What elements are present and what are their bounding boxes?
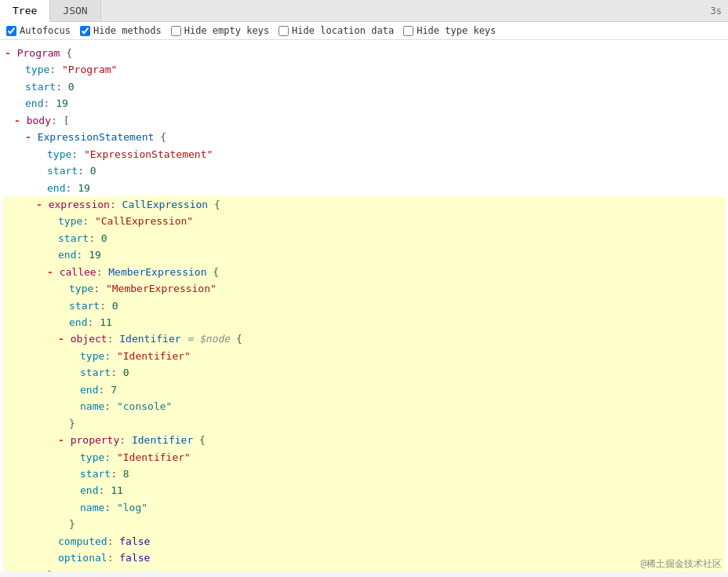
checkbox-hide-methods[interactable]: [80, 26, 90, 36]
checkbox-hide-type-keys[interactable]: [403, 26, 413, 36]
list-item: - expression: CallExpression {: [3, 196, 725, 213]
tab-extra: 3s: [704, 0, 728, 21]
list-item: type: "Identifier": [3, 348, 725, 364]
list-item: }: [3, 567, 725, 572]
list-item: }: [3, 516, 725, 532]
label-hide-methods: Hide methods: [93, 25, 162, 36]
tab-json[interactable]: JSON: [50, 0, 100, 21]
label-hide-empty-keys: Hide empty keys: [184, 25, 269, 36]
checkbox-hide-location-data[interactable]: [278, 26, 289, 36]
option-autofocus[interactable]: Autofocus: [6, 25, 71, 36]
list-item: end: 11: [3, 482, 725, 498]
list-item: type: "CallExpression": [3, 213, 725, 229]
checkbox-autofocus[interactable]: [6, 26, 16, 36]
tab-tree[interactable]: Tree: [0, 0, 50, 22]
list-item: - callee: MemberExpression {: [3, 264, 725, 280]
list-item: type: "Program": [3, 61, 725, 78]
list-item: name: "console": [3, 398, 725, 414]
list-item: type: "MemberExpression": [3, 280, 725, 297]
list-item: start: 0: [3, 79, 725, 95]
list-item: end: 19: [3, 247, 725, 263]
list-item: computed: false: [3, 533, 725, 550]
list-item: type: "ExpressionStatement": [3, 146, 725, 163]
label-autofocus: Autofocus: [20, 25, 71, 36]
option-hide-empty-keys[interactable]: Hide empty keys: [171, 25, 269, 36]
collapse-expression[interactable]: -: [36, 199, 42, 210]
list-item: end: 7: [3, 382, 725, 398]
list-item: end: 19: [3, 180, 725, 196]
list-item: end: 19: [3, 95, 725, 111]
list-item: start: 8: [3, 466, 725, 482]
option-hide-type-keys[interactable]: Hide type keys: [403, 25, 496, 36]
list-item: start: 0: [3, 298, 725, 314]
collapse-property[interactable]: -: [58, 434, 64, 446]
list-item: - body: [: [3, 112, 725, 129]
collapse-body[interactable]: -: [14, 115, 20, 126]
list-item: end: 11: [3, 314, 725, 330]
option-hide-location-data[interactable]: Hide location data: [278, 25, 394, 36]
list-item: - object: Identifier = $node {: [3, 330, 725, 347]
list-item: - property: Identifier {: [3, 432, 725, 448]
collapse-expression-statement[interactable]: -: [25, 131, 31, 143]
list-item: optional: false: [3, 550, 725, 566]
watermark: @稀土掘金技术社区: [641, 557, 722, 571]
tab-spacer: [101, 0, 704, 21]
options-bar: Autofocus Hide methods Hide empty keys H…: [0, 22, 728, 40]
collapse-program[interactable]: -: [5, 47, 11, 59]
tree-content: - Program { type: "Program" start: 0 end…: [0, 40, 728, 572]
list-item: - ExpressionStatement {: [3, 129, 725, 145]
label-hide-location-data: Hide location data: [292, 25, 394, 36]
list-item: type: "Identifier": [3, 449, 725, 466]
list-item: start: 0: [3, 163, 725, 179]
tab-bar: Tree JSON 3s: [0, 0, 728, 22]
list-item: start: 0: [3, 364, 725, 381]
option-hide-methods[interactable]: Hide methods: [80, 25, 162, 36]
collapse-object[interactable]: -: [58, 333, 64, 345]
list-item: name: "log": [3, 499, 725, 516]
list-item: start: 0: [3, 230, 725, 247]
list-item: - Program {: [3, 45, 725, 61]
label-hide-type-keys: Hide type keys: [417, 25, 496, 36]
list-item: }: [3, 415, 725, 432]
checkbox-hide-empty-keys[interactable]: [171, 26, 181, 36]
collapse-callee[interactable]: -: [47, 266, 53, 278]
